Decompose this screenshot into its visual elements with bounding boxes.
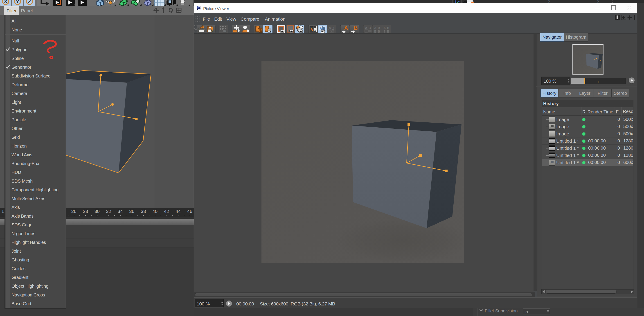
svg-text:28: 28 [83, 209, 88, 214]
svg-text:A: A [374, 26, 376, 30]
svg-text:A: A [320, 27, 322, 30]
svg-text:B: B [368, 26, 371, 30]
svg-text:B: B [387, 26, 389, 30]
svg-text:32: 32 [106, 209, 111, 214]
svg-text:34: 34 [118, 209, 123, 214]
svg-text:A: A [365, 26, 367, 30]
svg-text:B: B [323, 27, 326, 30]
svg-text:46: 46 [187, 209, 192, 214]
svg-text:B: B [378, 30, 380, 33]
svg-text:B: B [387, 30, 389, 33]
svg-text:B: B [354, 25, 358, 31]
svg-text:36: 36 [129, 209, 134, 214]
svg-text:B: B [374, 30, 376, 33]
svg-text:A: A [310, 28, 313, 32]
svg-text:12: 12 [224, 30, 226, 32]
svg-text:26: 26 [71, 209, 76, 214]
svg-text:42: 42 [164, 209, 169, 214]
svg-text:44: 44 [176, 209, 181, 214]
svg-text:B: B [314, 28, 316, 32]
svg-text:y: y [548, 0, 550, 3]
svg-text:g: g [612, 0, 614, 3]
svg-text:B: B [378, 26, 380, 30]
svg-text:AB: AB [328, 26, 334, 30]
svg-text:?: ? [210, 30, 213, 34]
svg-text:A: A [344, 25, 348, 31]
svg-text:40: 40 [152, 209, 158, 214]
svg-text:y: y [598, 0, 599, 3]
svg-text:A: A [384, 26, 386, 30]
svg-text:38: 38 [141, 209, 146, 214]
